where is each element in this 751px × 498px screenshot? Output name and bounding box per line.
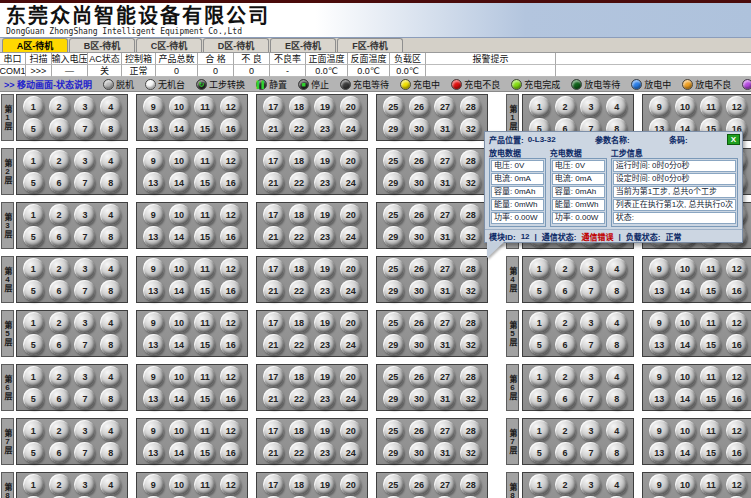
cell-circle[interactable]: 23	[314, 226, 335, 247]
cell-circle[interactable]: 11	[700, 366, 721, 387]
cell-circle[interactable]: 4	[606, 366, 627, 387]
cell-circle[interactable]: 25	[383, 258, 404, 279]
cell-circle[interactable]: 30	[409, 442, 430, 463]
cell-circle[interactable]: 26	[409, 204, 430, 225]
cell-circle[interactable]: 19	[314, 474, 335, 495]
cell-circle[interactable]: 12	[726, 312, 747, 333]
cell-circle[interactable]: 31	[434, 280, 455, 301]
cell-circle[interactable]: 23	[314, 280, 335, 301]
cell-circle[interactable]: 16	[220, 388, 241, 409]
tab-zone-2[interactable]: C区-待机	[136, 38, 202, 52]
cell-circle[interactable]: 1	[23, 204, 44, 225]
cell-circle[interactable]: 19	[314, 312, 335, 333]
cell-circle[interactable]: 12	[220, 474, 241, 495]
cell-circle[interactable]: 24	[340, 280, 361, 301]
cell-circle[interactable]: 10	[169, 474, 190, 495]
cell-circle[interactable]: 7	[580, 388, 601, 409]
cell-circle[interactable]: 10	[675, 366, 696, 387]
tab-zone-4[interactable]: E区-待机	[270, 38, 336, 52]
cell-circle[interactable]: 1	[23, 366, 44, 387]
cell-circle[interactable]: 8	[100, 172, 121, 193]
cell-circle[interactable]: 21	[263, 226, 284, 247]
cell-circle[interactable]: 6	[49, 280, 70, 301]
cell-circle[interactable]: 27	[434, 366, 455, 387]
cell-circle[interactable]: 24	[340, 118, 361, 139]
cell-circle[interactable]: 10	[169, 420, 190, 441]
cell-circle[interactable]: 21	[263, 334, 284, 355]
cell-circle[interactable]: 5	[23, 172, 44, 193]
cell-circle[interactable]: 23	[314, 118, 335, 139]
cell-circle[interactable]: 21	[263, 442, 284, 463]
cell-circle[interactable]: 27	[434, 258, 455, 279]
cell-circle[interactable]: 32	[460, 388, 481, 409]
cell-circle[interactable]: 4	[100, 96, 121, 117]
cell-circle[interactable]: 30	[409, 118, 430, 139]
cell-circle[interactable]: 29	[383, 334, 404, 355]
cell-circle[interactable]: 4	[100, 474, 121, 495]
cell-circle[interactable]: 11	[194, 312, 215, 333]
cell-circle[interactable]: 1	[23, 258, 44, 279]
cell-circle[interactable]: 12	[726, 96, 747, 117]
cell-circle[interactable]: 18	[289, 366, 310, 387]
cell-circle[interactable]: 3	[580, 474, 601, 495]
cell-circle[interactable]: 2	[555, 96, 576, 117]
cell-circle[interactable]: 3	[74, 150, 95, 171]
cell-circle[interactable]: 5	[529, 280, 550, 301]
cell-circle[interactable]: 19	[314, 204, 335, 225]
cell-circle[interactable]: 22	[289, 442, 310, 463]
cell-circle[interactable]: 12	[220, 204, 241, 225]
cell-circle[interactable]: 5	[23, 226, 44, 247]
cell-circle[interactable]: 16	[220, 334, 241, 355]
cell-circle[interactable]: 10	[675, 312, 696, 333]
cell-circle[interactable]: 16	[220, 118, 241, 139]
cell-circle[interactable]: 12	[726, 474, 747, 495]
cell-circle[interactable]: 19	[314, 258, 335, 279]
cell-circle[interactable]: 23	[314, 388, 335, 409]
cell-circle[interactable]: 29	[383, 172, 404, 193]
cell-circle[interactable]: 2	[49, 420, 70, 441]
cell-circle[interactable]: 22	[289, 388, 310, 409]
cell-circle[interactable]: 15	[700, 442, 721, 463]
cell-circle[interactable]: 20	[340, 366, 361, 387]
cell-circle[interactable]: 9	[143, 474, 164, 495]
cell-circle[interactable]: 2	[555, 474, 576, 495]
cell-circle[interactable]: 27	[434, 312, 455, 333]
cell-circle[interactable]: 1	[23, 96, 44, 117]
cell-circle[interactable]: 1	[529, 366, 550, 387]
cell-circle[interactable]: 12	[726, 420, 747, 441]
cell-circle[interactable]: 9	[143, 366, 164, 387]
cell-circle[interactable]: 11	[194, 474, 215, 495]
cell-circle[interactable]: 22	[289, 280, 310, 301]
cell-circle[interactable]: 5	[23, 118, 44, 139]
cell-circle[interactable]: 21	[263, 280, 284, 301]
cell-circle[interactable]: 15	[194, 442, 215, 463]
cell-circle[interactable]: 23	[314, 334, 335, 355]
cell-circle[interactable]: 4	[100, 204, 121, 225]
cell-circle[interactable]: 25	[383, 312, 404, 333]
cell-circle[interactable]: 7	[580, 442, 601, 463]
cell-circle[interactable]: 15	[194, 172, 215, 193]
cell-circle[interactable]: 5	[23, 280, 44, 301]
cell-circle[interactable]: 29	[383, 226, 404, 247]
cell-circle[interactable]: 10	[169, 204, 190, 225]
cell-circle[interactable]: 9	[649, 474, 670, 495]
cell-circle[interactable]: 4	[606, 258, 627, 279]
cell-circle[interactable]: 9	[649, 258, 670, 279]
cell-circle[interactable]: 4	[100, 420, 121, 441]
cell-circle[interactable]: 31	[434, 334, 455, 355]
cell-circle[interactable]: 8	[100, 334, 121, 355]
cell-circle[interactable]: 11	[194, 420, 215, 441]
cell-circle[interactable]: 17	[263, 258, 284, 279]
cell-circle[interactable]: 9	[143, 420, 164, 441]
cell-circle[interactable]: 3	[74, 312, 95, 333]
cell-circle[interactable]: 28	[460, 312, 481, 333]
cell-circle[interactable]: 32	[460, 280, 481, 301]
cell-circle[interactable]: 12	[220, 420, 241, 441]
cell-circle[interactable]: 10	[169, 150, 190, 171]
cell-circle[interactable]: 32	[460, 226, 481, 247]
cell-circle[interactable]: 19	[314, 150, 335, 171]
cell-circle[interactable]: 9	[649, 312, 670, 333]
cell-circle[interactable]: 13	[649, 334, 670, 355]
cell-circle[interactable]: 14	[675, 442, 696, 463]
cell-circle[interactable]: 11	[700, 420, 721, 441]
